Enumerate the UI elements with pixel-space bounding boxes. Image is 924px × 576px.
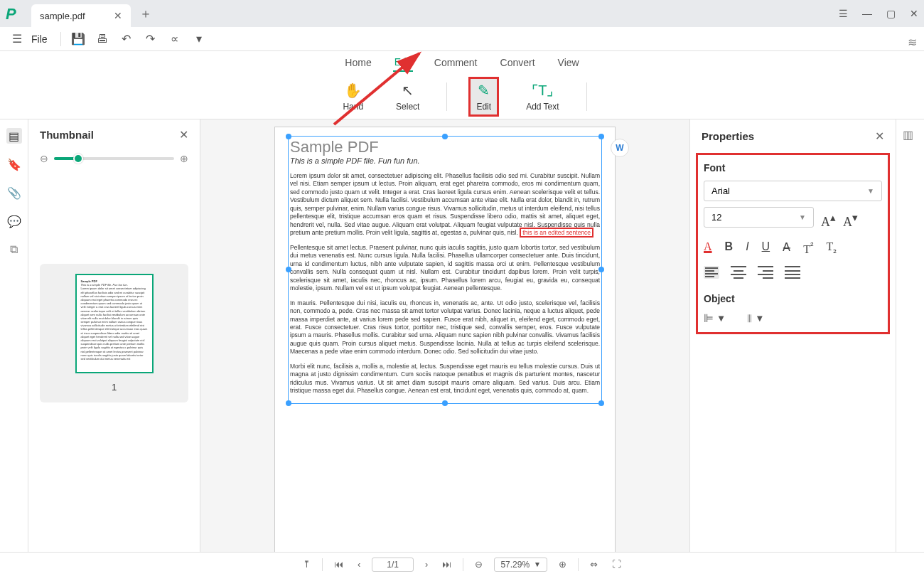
document-canvas[interactable]: W Sample PDF This is a simple PDF file. … [200,119,689,552]
thumbnail-container: Sample PDFThis is a simple PDF file. Fun… [40,264,188,402]
bookmark-icon[interactable]: 🔖 [6,156,22,172]
menu-comment[interactable]: Comment [433,54,479,71]
undo-icon[interactable]: ↶ [117,29,136,49]
add-text-icon: ⌜T⌟ [532,82,553,99]
hand-icon: ✋ [344,82,362,99]
file-menu[interactable]: File [31,33,48,45]
align-left-icon[interactable] [704,266,719,279]
font-family-dropdown[interactable]: Arial ▼ [704,181,882,201]
increase-font-icon[interactable]: A▴ [821,211,836,230]
menu-view[interactable]: View [557,54,581,71]
first-page-icon[interactable]: ⏮ [331,559,346,570]
edited-text[interactable]: this is an edited sentence [520,228,593,238]
save-icon[interactable]: 💾 [68,29,88,49]
text-frame[interactable]: Sample PDF This is a simple PDF file. Fu… [288,136,602,404]
align-object-icon[interactable]: ⊫ ▼ [704,311,726,325]
page-input[interactable]: 1/1 [372,558,414,572]
subscript-icon[interactable]: T₂ [826,240,837,256]
cursor-icon: ↖ [402,82,414,99]
select-tool[interactable]: ↖ Select [390,79,425,114]
font-color-icon[interactable]: A [704,240,712,256]
more-icon[interactable]: ▾ [189,29,209,49]
resize-handle[interactable] [598,134,604,139]
minimize-icon[interactable]: ― [862,8,872,19]
add-text-tool[interactable]: ⌜T⌟ Add Text [520,79,564,114]
attachment-icon[interactable]: 📎 [6,185,22,201]
font-section-label: Font [704,162,882,174]
align-right-icon[interactable] [758,266,773,279]
doc-body[interactable]: Lorem ipsum dolor sit amet, consectetuer… [290,172,600,395]
align-center-icon[interactable] [731,266,746,279]
print-icon[interactable]: 🖶 [92,29,112,49]
thumbnail-zoom: ⊖ ⊕ [40,153,188,164]
close-tab-icon[interactable]: ✕ [114,10,122,21]
chevron-down-icon: ▼ [867,187,874,195]
properties-highlighted-box: Font Arial ▼ 12 ▼ A▴ A▾ A B I U A̶ T² T [696,153,890,334]
thumbnail-zoom-slider[interactable] [54,157,174,160]
page-thumbnail[interactable]: Sample PDFThis is a simple PDF file. Fun… [75,274,154,373]
superscript-icon[interactable]: T² [803,240,813,256]
decrease-font-icon[interactable]: A▾ [843,211,858,230]
maximize-icon[interactable]: ▢ [886,8,896,19]
app-logo: P [6,5,23,22]
strike-icon[interactable]: A̶ [783,240,790,256]
zoom-out-thumb-icon[interactable]: ⊖ [40,153,48,164]
zoom-in-thumb-icon[interactable]: ⊕ [180,153,188,164]
bold-icon[interactable]: B [725,240,734,256]
fit-width-icon[interactable]: ⇔ [587,559,601,570]
resize-handle[interactable] [598,267,604,272]
resize-handle[interactable] [442,400,448,406]
last-page-icon[interactable]: ⏭ [439,559,454,570]
edit-icon: ✎ [478,82,490,99]
redo-icon[interactable]: ↷ [141,29,161,49]
edit-tool[interactable]: ✎ Edit [468,77,499,117]
hamburger-icon[interactable]: ☰ [839,8,848,19]
comment-icon[interactable]: 💬 [6,213,22,229]
window-controls: ☰ ― ▢ ✕ [839,8,918,19]
font-size-dropdown[interactable]: 12 ▼ [704,207,814,228]
menu-home[interactable]: Home [343,54,372,71]
close-window-icon[interactable]: ✕ [910,8,918,19]
properties-panel: Properties ✕ Font Arial ▼ 12 ▼ A▴ A▾ A B… [689,119,896,552]
close-properties-icon[interactable]: ✕ [875,129,884,143]
left-sidebar: ▤ 🔖 📎 💬 ⧉ [0,119,28,552]
menu-icon[interactable]: ☰ [7,29,27,49]
scroll-top-icon[interactable]: ⤒ [300,559,313,570]
close-thumbnail-icon[interactable]: ✕ [179,128,188,142]
hand-tool[interactable]: ✋ Hand [337,79,369,114]
next-page-icon[interactable]: › [422,559,431,570]
status-bar: ⤒ ⏮ ‹ 1/1 › ⏭ ⊖ 57.29% ▼ ⊕ ⇔ ⛶ [0,552,924,576]
resize-handle[interactable] [286,134,291,139]
menu-convert[interactable]: Convert [499,54,537,71]
zoom-level-dropdown[interactable]: 57.29% ▼ [494,558,547,572]
resize-handle[interactable] [286,400,291,406]
collapse-ribbon-icon[interactable]: ≋ [908,36,917,49]
layers-icon[interactable]: ⧉ [6,242,22,257]
menu-edit[interactable]: Edit [393,53,413,72]
resize-handle[interactable] [598,400,604,406]
quick-toolbar: ☰ File 💾 🖶 ↶ ↷ ∝ ▾ ≋ [0,27,924,51]
panel-toggle-icon[interactable]: ▥ [903,128,918,144]
thumbnail-icon[interactable]: ▤ [6,128,22,144]
properties-title: Properties [702,130,754,142]
doc-title[interactable]: Sample PDF [290,138,600,156]
word-badge-icon[interactable]: W [611,139,629,157]
right-rail: ▥ [896,119,924,552]
zoom-in-icon[interactable]: ⊕ [556,559,569,570]
pdf-page[interactable]: W Sample PDF This is a simple PDF file. … [274,127,616,552]
distribute-object-icon[interactable]: ⫴ ▼ [747,311,764,325]
doc-subtitle[interactable]: This is a simple PDF file. Fun fun fun. [290,156,600,165]
italic-icon[interactable]: I [746,240,748,256]
add-tab-button[interactable]: ＋ [139,5,152,22]
thumbnail-page-number: 1 [50,382,178,393]
thumbnail-title: Thumbnail [40,129,94,141]
prev-page-icon[interactable]: ‹ [355,559,363,570]
tab-title: sample.pdf [40,11,85,21]
fit-page-icon[interactable]: ⛶ [609,559,624,570]
document-tab[interactable]: sample.pdf ✕ [31,4,131,27]
resize-handle[interactable] [442,134,448,139]
underline-icon[interactable]: U [762,240,770,256]
align-justify-icon[interactable] [785,266,800,279]
zoom-out-icon[interactable]: ⊖ [472,559,485,570]
share-icon[interactable]: ∝ [165,29,185,49]
